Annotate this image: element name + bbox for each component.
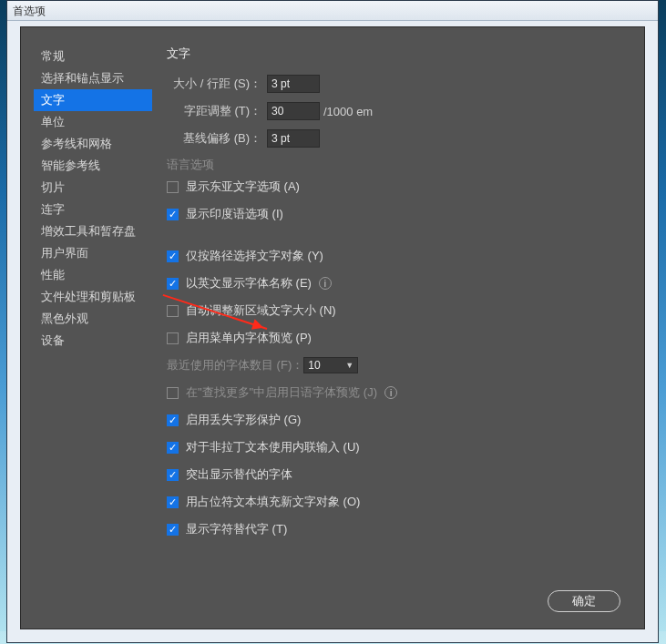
info-icon[interactable]: i <box>319 277 332 290</box>
checkbox-glyph-protect[interactable] <box>167 414 179 426</box>
checkbox-show-alt[interactable] <box>167 524 179 536</box>
lang-section-title: 语言选项 <box>167 157 626 173</box>
label-path-select: 仅按路径选择文字对象 (Y) <box>186 248 323 264</box>
label-english-font: 以英文显示字体名称 (E) <box>186 275 312 291</box>
preferences-window: 首选项 常规 选择和锚点显示 文字 单位 参考线和网格 智能参考线 切片 连字 … <box>6 0 659 643</box>
label-auto-resize: 自动调整新区域文字大小 (N) <box>186 302 336 319</box>
sidebar-item-units[interactable]: 单位 <box>34 111 152 133</box>
sidebar-item-devices[interactable]: 设备 <box>34 330 152 352</box>
checkbox-highlight-sub[interactable] <box>167 469 179 481</box>
sidebar-item-general[interactable]: 常规 <box>34 46 152 67</box>
sidebar-item-black[interactable]: 黑色外观 <box>34 308 152 330</box>
label-inline-input: 对于非拉丁文本使用内联输入 (U) <box>186 439 360 455</box>
checkbox-indic[interactable] <box>167 209 179 220</box>
checkbox-auto-resize[interactable] <box>167 305 179 317</box>
sidebar-item-selection[interactable]: 选择和锚点显示 <box>34 67 152 89</box>
label-placeholder: 用占位符文本填充新文字对象 (O) <box>186 494 360 510</box>
label-east-asian: 显示东亚文字选项 (A) <box>186 179 300 195</box>
content-pane: 文字 大小 / 行距 (S)： 3 pt 字距调整 (T)： 30 /1000 … <box>167 46 626 548</box>
checkbox-placeholder[interactable] <box>167 496 179 508</box>
sidebar-item-performance[interactable]: 性能 <box>34 264 152 286</box>
recent-fonts-label: 最近使用的字体数目 (F)： <box>167 357 303 373</box>
checkbox-jp-preview[interactable] <box>167 387 179 399</box>
recent-fonts-value: 10 <box>308 359 320 372</box>
baseline-label: 基线偏移 (B)： <box>167 130 267 147</box>
checkbox-inline-input[interactable] <box>167 442 179 454</box>
label-glyph-protect: 启用丢失字形保护 (G) <box>186 412 301 428</box>
tracking-label: 字距调整 (T)： <box>167 103 267 119</box>
tracking-unit: /1000 em <box>323 105 373 118</box>
ok-button[interactable]: 确定 <box>548 590 620 612</box>
sidebar-item-hyphenation[interactable]: 连字 <box>34 199 152 220</box>
window-title: 首选项 <box>13 5 46 17</box>
sidebar-item-type[interactable]: 文字 <box>34 89 152 111</box>
label-menu-preview: 启用菜单内字体预览 (P) <box>186 330 312 346</box>
sidebar-item-slices[interactable]: 切片 <box>34 177 152 199</box>
size-label: 大小 / 行距 (S)： <box>167 76 267 92</box>
label-indic: 显示印度语选项 (I) <box>186 206 283 222</box>
dialog-body: 常规 选择和锚点显示 文字 单位 参考线和网格 智能参考线 切片 连字 增效工具… <box>20 26 645 629</box>
sidebar: 常规 选择和锚点显示 文字 单位 参考线和网格 智能参考线 切片 连字 增效工具… <box>34 46 152 352</box>
titlebar: 首选项 <box>7 1 658 21</box>
sidebar-item-guides[interactable]: 参考线和网格 <box>34 133 152 155</box>
baseline-input[interactable]: 3 pt <box>267 129 320 148</box>
sidebar-item-smart-guides[interactable]: 智能参考线 <box>34 155 152 177</box>
chevron-down-icon: ▼ <box>345 361 353 370</box>
checkbox-english-font[interactable] <box>167 278 179 290</box>
label-jp-preview: 在"查找更多"中启用日语字体预览 (J) <box>186 384 377 401</box>
label-highlight-sub: 突出显示替代的字体 <box>186 466 292 483</box>
recent-fonts-select[interactable]: 10 ▼ <box>303 357 358 373</box>
checkbox-path-select[interactable] <box>167 250 179 262</box>
label-show-alt: 显示字符替代字 (T) <box>186 521 287 537</box>
sidebar-item-file-clipboard[interactable]: 文件处理和剪贴板 <box>34 286 152 308</box>
section-title: 文字 <box>167 46 626 62</box>
sidebar-item-ui[interactable]: 用户界面 <box>34 242 152 264</box>
sidebar-item-plugins[interactable]: 增效工具和暂存盘 <box>34 220 152 242</box>
info-icon[interactable]: i <box>384 386 397 399</box>
checkbox-east-asian[interactable] <box>167 181 179 193</box>
size-input[interactable]: 3 pt <box>267 75 320 93</box>
checkbox-menu-preview[interactable] <box>167 332 179 344</box>
tracking-input[interactable]: 30 <box>267 102 320 120</box>
